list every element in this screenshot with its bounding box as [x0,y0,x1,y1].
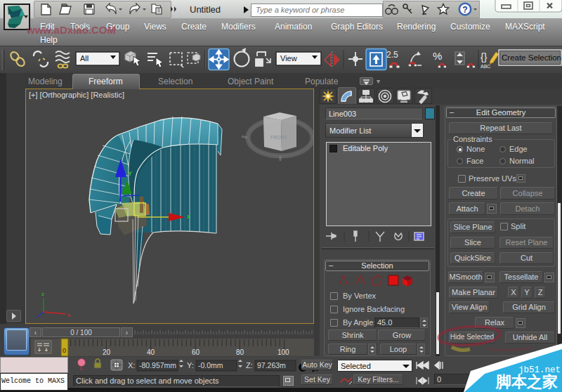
svg-text:z: z [41,291,44,297]
svg-text:Y: Y [128,170,132,177]
svg-text:%: % [433,50,442,62]
svg-text:40: 40 [147,348,155,356]
svg-text:?: ? [462,5,467,15]
svg-text:FRONT: FRONT [270,135,288,140]
svg-text:-0.0mm: -0.0mm [198,361,223,370]
svg-text:80: 80 [236,348,244,356]
svg-text:{}: {} [481,51,488,63]
svg-text:-80.957mm: -80.957mm [139,361,176,370]
svg-text:0: 0 [63,347,66,354]
svg-text:2.5: 2.5 [386,50,398,60]
svg-text:100: 100 [277,348,289,356]
svg-text:ABC: ABC [481,64,490,69]
svg-text:Z:: Z: [246,361,253,370]
svg-text:97.263m: 97.263m [257,361,286,370]
svg-text:Y:: Y: [187,361,194,370]
svg-text:Create Selection S: Create Selection S [502,53,562,62]
svg-text:View: View [280,54,297,63]
svg-text:20: 20 [103,348,111,356]
svg-text:All: All [80,54,89,63]
svg-text:60: 60 [192,348,200,356]
svg-text:x: x [67,312,70,318]
svg-text:x: x [187,213,190,220]
svg-text:X:: X: [128,361,135,370]
